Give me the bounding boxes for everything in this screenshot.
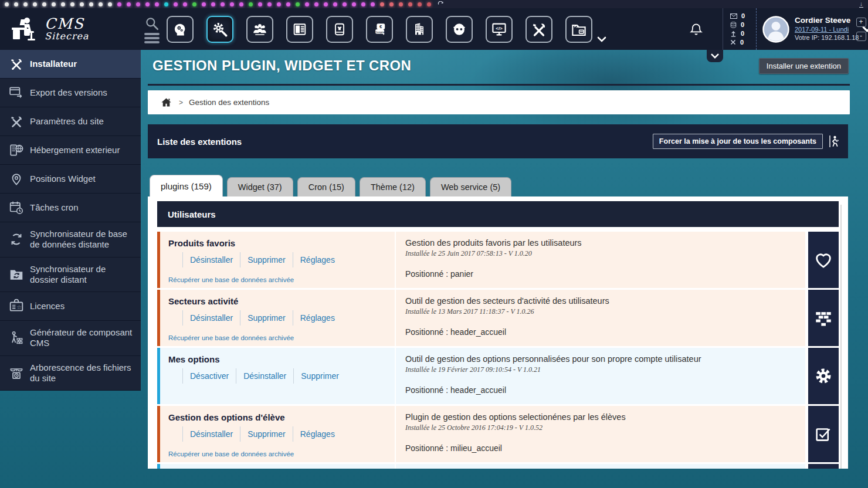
- tools-button[interactable]: [525, 16, 552, 43]
- upload-counter: 0: [730, 30, 756, 38]
- sidebar-item-licences[interactable]: ☆ Licences: [0, 292, 141, 321]
- home-icon[interactable]: [161, 97, 172, 107]
- extensions-panel-header: Liste des extentions Forcer la mise à jo…: [148, 124, 848, 158]
- plugin-position: Positionné : header_accueil: [405, 385, 796, 399]
- brain-settings-button[interactable]: [167, 16, 194, 43]
- settings-link[interactable]: Réglages: [300, 313, 335, 323]
- company-button[interactable]: [406, 16, 433, 43]
- uninstall-link[interactable]: Désinstaller: [190, 429, 233, 439]
- layout-icon: [291, 21, 308, 38]
- delete-link[interactable]: Supprimer: [247, 255, 286, 265]
- tab-widget[interactable]: Widget (37): [227, 177, 293, 196]
- sidebar-item-generateur[interactable]: Générateur de composant CMS: [0, 321, 141, 356]
- sidebar-item-installateur[interactable]: Installateur: [0, 50, 141, 79]
- status-dot: [80, 2, 84, 6]
- users-group-button[interactable]: [246, 16, 273, 43]
- refresh-icon[interactable]: [438, 1, 444, 8]
- head-gears-icon: [172, 21, 188, 38]
- status-dot: [211, 2, 215, 6]
- collapse-header-chevron[interactable]: [707, 50, 723, 62]
- plugin-position: Positionné : panier: [405, 269, 796, 283]
- uninstall-link[interactable]: Désinstaller: [190, 255, 233, 265]
- sidebar-item-hebergement[interactable]: Hébergement exterieur: [0, 136, 141, 165]
- delete-link[interactable]: Supprimer: [301, 371, 339, 381]
- svg-text:€: €: [379, 23, 382, 29]
- status-dot: [286, 2, 290, 6]
- plugin-installed-info: Installée le 13 Mars 2017 11:18:37 - V 1…: [405, 307, 796, 316]
- run-update-icon[interactable]: [828, 134, 840, 148]
- status-dot: [61, 2, 65, 6]
- layout-pages-button[interactable]: [286, 16, 313, 43]
- sidebar-item-positions-widget[interactable]: Positions Widget: [0, 165, 141, 194]
- notifications-button[interactable]: [670, 21, 723, 38]
- sidebar-item-export-versions[interactable]: Export des versions: [0, 79, 141, 107]
- restore-archive-link[interactable]: Récupérer une base de données archivée: [168, 334, 386, 341]
- sidebar-item-label: Hébergement exterieur: [30, 145, 120, 155]
- tab-theme[interactable]: Thème (12): [360, 177, 426, 196]
- restore-archive-link[interactable]: Récupérer une base de données archivée: [168, 276, 386, 283]
- plugin-card-metiers-utilisateur: Métiers utilisateur Désactiver Désinstal…: [157, 464, 839, 469]
- files-button[interactable]: [565, 16, 592, 43]
- tab-cron[interactable]: Cron (15): [297, 177, 355, 196]
- status-dot: [296, 2, 300, 6]
- settings-link[interactable]: Réglages: [300, 255, 335, 265]
- status-dot: [324, 2, 328, 6]
- zoom-out-button[interactable]: -: [856, 32, 866, 41]
- user-ip: Votre IP: 192.168.1.18: [795, 34, 859, 42]
- catalog-button[interactable]: [326, 16, 353, 43]
- status-dot: [70, 2, 74, 6]
- search-icon[interactable]: [144, 16, 160, 31]
- delete-link[interactable]: Supprimer: [247, 429, 286, 439]
- topbar: CMS Sitecrea: [0, 8, 868, 50]
- calendar-clock-icon: [7, 200, 26, 215]
- breadcrumb-separator: >: [179, 99, 183, 107]
- status-counters: 0 0 0 0: [723, 8, 757, 50]
- user-date-link[interactable]: 2017-09-11 - Lundi: [795, 26, 859, 34]
- tab-webservice[interactable]: Web service (5): [430, 177, 511, 196]
- settings-link[interactable]: Réglages: [300, 429, 335, 439]
- section-title: Utilisateurs: [168, 209, 216, 219]
- status-dot: [183, 2, 187, 6]
- sidebar-item-parametres[interactable]: Paramètres du site: [0, 107, 141, 136]
- menu-bar: [144, 37, 160, 39]
- force-update-button[interactable]: Forcer la mise à jour de tous les compos…: [653, 134, 823, 149]
- uninstall-link[interactable]: Désinstaller: [243, 371, 286, 381]
- cms-desk-icon: [8, 16, 39, 43]
- restore-archive-link[interactable]: Récupérer une base de données archivée: [168, 450, 386, 458]
- zoom-in-button[interactable]: +: [856, 18, 866, 27]
- bell-icon: [689, 21, 704, 38]
- code-button[interactable]: </>: [486, 16, 513, 43]
- install-extension-button[interactable]: Installer une extention: [759, 58, 849, 74]
- app-logo[interactable]: CMS Sitecrea: [0, 8, 141, 50]
- delete-link[interactable]: Supprimer: [247, 313, 286, 323]
- cms-admin-screen: ↓: [0, 0, 868, 488]
- download-icon[interactable]: ↓: [859, 1, 863, 8]
- sidebar-item-taches-cron[interactable]: Tâches cron: [0, 194, 141, 222]
- jobs-badge-icon: JOBS: [808, 464, 839, 469]
- crossed-tools-icon: [7, 56, 26, 72]
- sidebar-item-label: Synchronisateur de dossier distant: [30, 264, 136, 286]
- building-icon: [411, 21, 428, 38]
- search-menu-block[interactable]: [141, 16, 163, 43]
- plugin-card-mes-options: Mes options Désactiver Désinstaller Supp…: [157, 348, 839, 404]
- sidebar-item-label: Synchronisateur de base de données dista…: [30, 229, 136, 250]
- avatar: [762, 16, 789, 43]
- crossed-tools-icon: [7, 114, 26, 129]
- uninstall-link[interactable]: Désinstaller: [190, 313, 233, 323]
- bot-button[interactable]: [446, 16, 473, 43]
- svg-text:Compta: Compta: [375, 30, 384, 33]
- toolbar-overflow-chevron-icon[interactable]: [597, 36, 606, 42]
- tab-plugins[interactable]: plugins (159): [150, 175, 223, 196]
- status-dot: [399, 2, 403, 6]
- deactivate-link[interactable]: Désactiver: [190, 371, 229, 381]
- sidebar-item-sync-database[interactable]: Synchronisateur de base de données dista…: [0, 222, 141, 257]
- catalog-book-icon: [332, 21, 347, 38]
- breadcrumb-item[interactable]: Gestion des extentions: [189, 98, 269, 107]
- sidebar-item-arborescence[interactable]: Arborescence des fichiers du site: [0, 356, 141, 391]
- accounting-button[interactable]: € Compta: [366, 16, 393, 43]
- plugin-manager-button[interactable]: [206, 16, 233, 43]
- sidebar-item-sync-folder[interactable]: Synchronisateur de dossier distant: [0, 257, 141, 293]
- sidebar-item-label: Export des versions: [30, 87, 107, 98]
- user-menu[interactable]: Cordier Steeve 2017-09-11 - Lundi Votre …: [757, 16, 854, 43]
- panel-title: Liste des extentions: [157, 137, 242, 147]
